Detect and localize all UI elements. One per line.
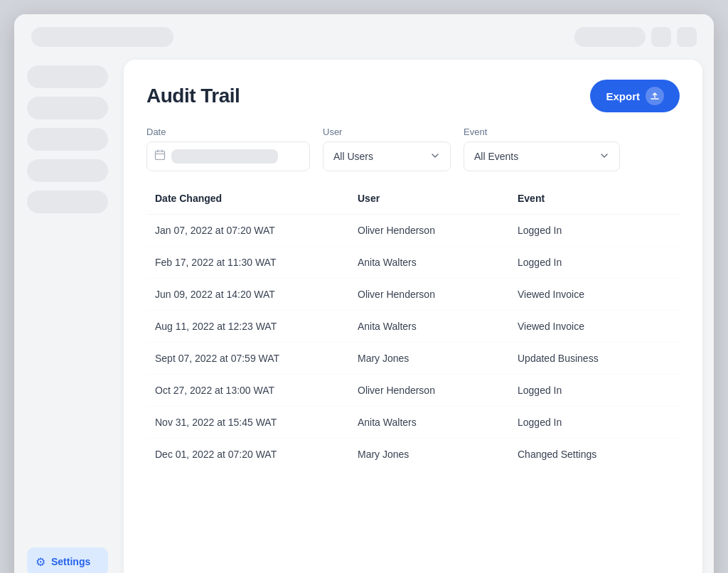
sidebar-item-settings[interactable]: ⚙ Settings [27,547,108,573]
event-filter-label: Event [464,127,620,137]
date-input-wrapper[interactable] [146,141,310,171]
table-row: Jun 09, 2022 at 14:20 WAT Oliver Henders… [146,279,680,311]
cell-date: Aug 11, 2022 at 12:23 WAT [146,311,349,343]
cell-user: Anita Walters [349,247,509,279]
date-input-placeholder [171,149,278,164]
sidebar-settings-label: Settings [51,556,90,567]
sidebar: ⚙ Settings [14,54,121,573]
sidebar-pill-3 [27,128,108,151]
event-select-value: All Events [474,151,518,162]
sidebar-pill-2 [27,97,108,119]
cell-event: Logged In [509,215,680,247]
cell-event: Updated Business [509,343,680,375]
table-body: Jan 07, 2022 at 07:20 WAT Oliver Henders… [146,215,680,471]
cell-date: Jan 07, 2022 at 07:20 WAT [146,215,349,247]
date-filter-group: Date [146,127,310,171]
table-row: Nov 31, 2022 at 15:45 WAT Anita Walters … [146,407,680,439]
col-header-event: Event [509,186,680,215]
audit-table-container: Date Changed User Event Jan 07, 2022 at … [146,186,680,562]
cell-user: Mary Jones [349,343,509,375]
calendar-icon [154,149,166,164]
col-header-date: Date Changed [146,186,349,215]
table-header: Date Changed User Event [146,186,680,215]
export-label: Export [606,90,640,102]
user-select-value: All Users [333,151,373,162]
table-row: Aug 11, 2022 at 12:23 WAT Anita Walters … [146,311,680,343]
top-bar-pill-left [31,27,173,47]
event-filter-group: Event All Events [464,127,620,171]
page-header: Audit Trail Export [146,80,680,112]
main-layout: ⚙ Settings Audit Trail Export [14,54,714,573]
export-button[interactable]: Export [590,80,680,112]
event-select[interactable]: All Events [464,141,620,171]
cell-user: Oliver Henderson [349,375,509,407]
table-header-row: Date Changed User Event [146,186,680,215]
cell-event: Viewed Invoice [509,311,680,343]
top-bar-left [31,27,173,47]
content-area: Audit Trail Export Date [124,60,702,573]
cell-user: Anita Walters [349,311,509,343]
table-row: Dec 01, 2022 at 07:20 WAT Mary Jones Cha… [146,439,680,471]
cell-user: Oliver Henderson [349,279,509,311]
app-window: ⚙ Settings Audit Trail Export [14,14,714,573]
filters-bar: Date User [146,127,680,171]
user-filter-label: User [323,127,451,137]
sidebar-pill-1 [27,65,108,88]
cell-date: Feb 17, 2022 at 11:30 WAT [146,247,349,279]
cell-event: Viewed Invoice [509,279,680,311]
cell-user: Oliver Henderson [349,215,509,247]
cell-date: Oct 27, 2022 at 13:00 WAT [146,375,349,407]
cell-event: Changed Settings [509,439,680,471]
top-bar-pill-right [574,27,646,47]
page-title: Audit Trail [146,85,240,107]
user-filter-group: User All Users [323,127,451,171]
top-bar-square-1 [651,27,671,47]
top-bar [14,14,714,54]
cell-date: Nov 31, 2022 at 15:45 WAT [146,407,349,439]
cell-user: Mary Jones [349,439,509,471]
table-row: Jan 07, 2022 at 07:20 WAT Oliver Henders… [146,215,680,247]
sidebar-pill-4 [27,159,108,182]
table-row: Feb 17, 2022 at 11:30 WAT Anita Walters … [146,247,680,279]
col-header-user: User [349,186,509,215]
audit-table: Date Changed User Event Jan 07, 2022 at … [146,186,680,470]
table-row: Sept 07, 2022 at 07:59 WAT Mary Jones Up… [146,343,680,375]
cell-event: Logged In [509,375,680,407]
svg-rect-0 [156,151,165,160]
upload-icon [646,87,664,105]
top-bar-square-2 [677,27,697,47]
chevron-down-icon-event [599,151,609,163]
table-row: Oct 27, 2022 at 13:00 WAT Oliver Henders… [146,375,680,407]
chevron-down-icon [430,151,440,163]
cell-date: Dec 01, 2022 at 07:20 WAT [146,439,349,471]
cell-event: Logged In [509,247,680,279]
cell-user: Anita Walters [349,407,509,439]
cell-date: Sept 07, 2022 at 07:59 WAT [146,343,349,375]
gear-icon: ⚙ [36,555,46,569]
sidebar-pill-5 [27,191,108,213]
cell-event: Logged In [509,407,680,439]
user-select[interactable]: All Users [323,141,451,171]
top-bar-right [574,27,697,47]
cell-date: Jun 09, 2022 at 14:20 WAT [146,279,349,311]
date-filter-label: Date [146,127,310,137]
